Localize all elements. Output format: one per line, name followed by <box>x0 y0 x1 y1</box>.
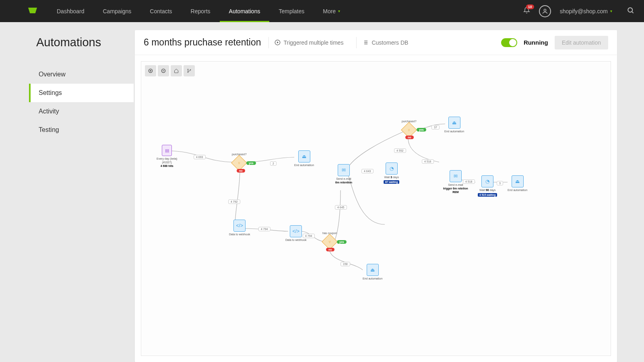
webhook-node-1[interactable]: </> Data to webhook <box>229 220 250 237</box>
wait-node-2[interactable]: ◔ Wait 90 days 4 515 waiting <box>478 175 497 197</box>
eject-icon: ⏏ <box>448 117 460 129</box>
edge-count: 4 518 <box>463 179 475 184</box>
waiting-badge: 87 waiting <box>384 180 399 184</box>
edge-count: 4 794 <box>258 227 270 231</box>
condition-coupon[interactable]: has coupon ⑂ <box>322 230 337 247</box>
zoom-out-button[interactable] <box>158 65 169 76</box>
nav-item-dashboard[interactable]: Dashboard <box>47 0 94 22</box>
canvas-wrap: ▤ Every day (beta)(#1027)4 688 hits purc… <box>141 61 611 356</box>
edge-count: 4 552 <box>394 148 406 153</box>
split-icon: ⑂ <box>238 160 240 165</box>
sidebar-item-activity[interactable]: Activity <box>29 102 134 121</box>
canvas-toolbar <box>145 65 195 76</box>
edit-automation-button[interactable]: Edit automation <box>555 36 608 49</box>
page-title: Automations <box>36 36 134 49</box>
edge-count: 4 516 <box>422 159 434 164</box>
home-icon <box>174 68 179 73</box>
minus-icon <box>161 68 166 73</box>
plus-icon <box>148 68 153 73</box>
status-label: Running <box>524 39 548 46</box>
edge-count: 2 <box>270 161 277 166</box>
clock-icon: ◔ <box>386 162 398 175</box>
account-menu[interactable]: shopify@shop.com ▾ <box>560 8 612 14</box>
list-info[interactable]: Customers DB <box>356 37 414 48</box>
edge-count: 4 693 <box>194 155 206 159</box>
eject-icon: ⏏ <box>367 264 379 276</box>
top-nav: DashboardCampaignsContactsReportsAutomat… <box>0 0 644 22</box>
edge-count: 4 794 <box>303 234 315 238</box>
end-node-2[interactable]: ⏏ End automation <box>363 264 382 281</box>
search-icon <box>627 6 634 14</box>
logo-icon <box>28 8 37 13</box>
end-node-3[interactable]: ⏏ End automation <box>444 117 464 134</box>
list-icon <box>362 39 368 45</box>
account-email: shopify@shop.com <box>560 8 608 14</box>
edge-count: 4 645 <box>335 205 347 210</box>
edges-layer <box>141 62 611 356</box>
trigger-info[interactable]: Triggered multiple times <box>268 37 349 48</box>
condition-purchased-1[interactable]: purchased? ⑂ <box>232 152 247 169</box>
nav-item-contacts[interactable]: Contacts <box>140 0 181 22</box>
code-icon: </> <box>290 225 302 237</box>
automation-title: 6 months pruchase retention <box>144 37 261 48</box>
edge-count: 4 643 <box>361 169 374 173</box>
search-button[interactable] <box>627 6 634 16</box>
waiting-badge: 4 515 waiting <box>478 193 497 197</box>
branch-button[interactable] <box>184 65 195 76</box>
branch-icon <box>187 68 192 73</box>
sidebar-item-overview[interactable]: Overview <box>29 65 134 84</box>
code-icon: </> <box>233 220 246 232</box>
no-pill: no <box>405 136 414 139</box>
user-icon <box>542 8 548 14</box>
nav-item-reports[interactable]: Reports <box>182 0 220 22</box>
svg-point-7 <box>190 70 191 70</box>
chevron-down-icon: ▾ <box>338 9 340 13</box>
main-panel: 6 months pruchase retention Triggered mu… <box>135 30 617 362</box>
svg-point-6 <box>188 72 188 73</box>
end-node-1[interactable]: ⏏ End automation <box>294 150 314 167</box>
no-pill: no <box>326 248 334 251</box>
calendar-icon: ▤ <box>162 145 172 156</box>
nav-item-campaigns[interactable]: Campaigns <box>94 0 141 22</box>
mail-icon: ✉ <box>450 170 462 182</box>
automation-canvas[interactable]: ▤ Every day (beta)(#1027)4 688 hits purc… <box>141 62 611 356</box>
wait-node-1[interactable]: ◔ Wait 3 days 87 waiting <box>384 162 399 184</box>
yes-pill: yes <box>337 240 347 244</box>
yes-pill: yes <box>417 128 426 132</box>
edge-count: 37 <box>431 125 440 130</box>
notifications-button[interactable]: 10 <box>523 7 530 15</box>
panel-header: 6 months pruchase retention Triggered mu… <box>135 30 617 55</box>
nav-item-more[interactable]: More▾ <box>314 0 349 22</box>
sidebar-item-testing[interactable]: Testing <box>29 121 134 139</box>
chevron-down-icon: ▾ <box>610 9 612 13</box>
nav-item-automations[interactable]: Automations <box>220 0 270 22</box>
clock-icon: ◔ <box>481 175 493 187</box>
eject-icon: ⏏ <box>298 150 310 162</box>
sidebar: Automations OverviewSettingsActivityTest… <box>29 30 134 139</box>
svg-point-0 <box>544 9 546 11</box>
avatar[interactable] <box>539 5 551 17</box>
home-button[interactable] <box>171 65 182 76</box>
yes-pill: yes <box>246 161 256 165</box>
status-toggle[interactable] <box>501 38 517 47</box>
nav-item-templates[interactable]: Templates <box>269 0 314 22</box>
no-pill: no <box>237 169 245 173</box>
end-node-4[interactable]: ⏏ End automation <box>508 175 527 192</box>
email-node-1[interactable]: ✉ Send e-mail6m retention <box>335 164 352 185</box>
mail-icon: ✉ <box>338 164 350 176</box>
zoom-in-button[interactable] <box>145 65 156 76</box>
start-node[interactable]: ▤ Every day (beta)(#1027)4 688 hits <box>157 145 177 168</box>
split-icon: ⑂ <box>408 128 410 132</box>
sidebar-item-settings[interactable]: Settings <box>29 84 134 102</box>
edge-count: 150 <box>341 262 350 266</box>
eject-icon: ⏏ <box>512 175 524 187</box>
edge-count: 3 <box>497 181 503 185</box>
notifications-badge: 10 <box>526 4 534 9</box>
play-icon <box>275 39 281 45</box>
condition-purchased-2[interactable]: purchased? ⑂ <box>402 119 417 136</box>
split-icon: ⑂ <box>328 239 331 244</box>
svg-point-1 <box>628 8 632 12</box>
svg-point-5 <box>188 69 188 70</box>
edge-count: 4 792 <box>228 200 240 204</box>
